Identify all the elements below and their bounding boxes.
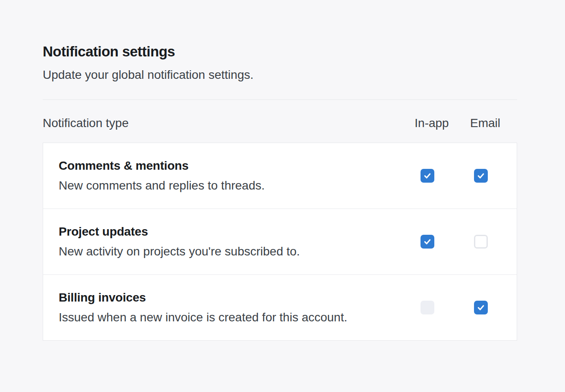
check-icon <box>423 237 432 246</box>
row-description: New activity on projects you're subscrib… <box>59 244 391 259</box>
comments-email-checkbox[interactable] <box>474 169 488 183</box>
row-title: Project updates <box>59 224 391 240</box>
table-header: Notification type In-app Email <box>43 116 517 130</box>
email-cell <box>464 235 498 249</box>
column-header-notification-type: Notification type <box>43 116 396 130</box>
comments-in-app-checkbox[interactable] <box>421 169 434 183</box>
email-cell <box>464 301 498 314</box>
in-app-cell <box>410 169 445 183</box>
notification-row-billing-invoices: Billing invoices Issued when a new invoi… <box>43 274 517 340</box>
projects-email-checkbox[interactable] <box>474 235 488 249</box>
row-text: Project updates New activity on projects… <box>59 224 391 259</box>
in-app-cell <box>410 235 445 249</box>
email-cell <box>464 169 498 183</box>
column-header-in-app: In-app <box>414 116 449 130</box>
notification-settings-page: Notification settings Update your global… <box>43 0 517 341</box>
notification-row-project-updates: Project updates New activity on projects… <box>43 208 517 274</box>
in-app-cell <box>410 301 445 314</box>
billing-in-app-checkbox <box>421 301 434 314</box>
page-subtitle: Update your global notification settings… <box>43 67 517 83</box>
column-header-email: Email <box>468 116 502 130</box>
row-text: Comments & mentions New comments and rep… <box>59 158 391 193</box>
row-description: Issued when a new invoice is created for… <box>59 310 391 325</box>
billing-email-checkbox[interactable] <box>474 301 488 314</box>
row-text: Billing invoices Issued when a new invoi… <box>59 290 391 325</box>
check-icon <box>477 303 485 312</box>
page-title: Notification settings <box>43 43 517 60</box>
row-description: New comments and replies to threads. <box>59 178 391 193</box>
check-icon <box>477 171 485 180</box>
row-title: Comments & mentions <box>59 158 391 174</box>
notification-row-comments-mentions: Comments & mentions New comments and rep… <box>43 143 517 208</box>
check-icon <box>423 171 432 180</box>
row-title: Billing invoices <box>59 290 391 305</box>
notification-settings-card: Comments & mentions New comments and rep… <box>43 143 517 341</box>
projects-in-app-checkbox[interactable] <box>421 235 434 249</box>
section-divider <box>43 100 517 100</box>
